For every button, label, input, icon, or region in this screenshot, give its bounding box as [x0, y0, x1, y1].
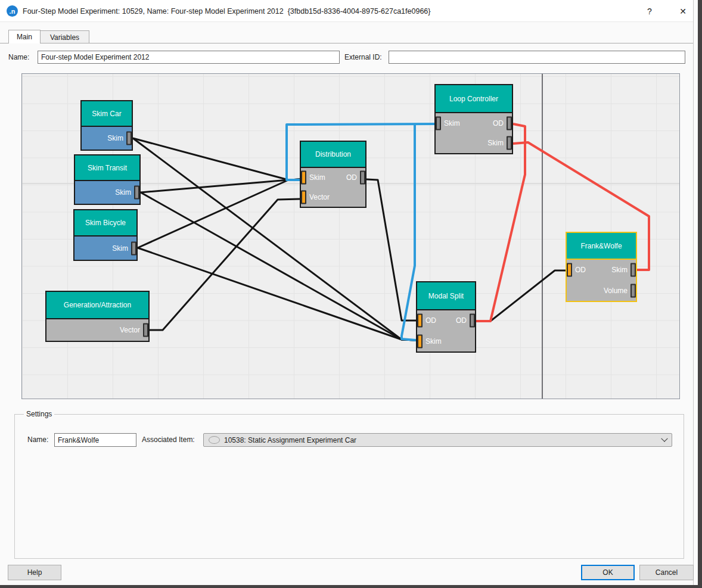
node-port-row: SkimOD — [436, 113, 512, 133]
title-bar: .n Four-Step Model Experiment: 10529, Na… — [0, 0, 693, 22]
port-skim-bicycle-skim[interactable] — [131, 241, 136, 255]
background-window-edge — [694, 0, 698, 585]
tab-variables[interactable]: Variables — [40, 30, 89, 43]
node-body-generation-attraction: Vector — [46, 319, 148, 341]
node-body-skim-transit: Skim — [75, 181, 139, 204]
window-title: Four-Step Model Experiment: 10529, Name:… — [23, 0, 430, 22]
node-title-generation-attraction: Generation/Attraction — [46, 292, 148, 319]
port-loop-controller-skim[interactable] — [436, 116, 441, 130]
ok-button[interactable]: OK — [581, 565, 635, 580]
help-button[interactable]: Help — [8, 565, 61, 580]
node-body-distribution: SkimODVector — [301, 168, 365, 207]
chevron-down-icon — [661, 435, 667, 441]
node-port-row: Skim — [436, 133, 512, 154]
app-logo-icon: .n — [7, 5, 18, 17]
node-title-distribution: Distribution — [301, 142, 365, 168]
node-frank-wolfe[interactable]: Frank&WolfeODSkimVolume — [566, 232, 637, 302]
node-skim-bicycle[interactable]: Skim BicycleSkim — [73, 209, 138, 261]
node-title-frank-wolfe: Frank&Wolfe — [567, 233, 636, 260]
port-skim-car-skim[interactable] — [126, 132, 132, 145]
associated-item-label: Associated Item: — [142, 433, 195, 446]
port-loop-controller-od[interactable] — [507, 116, 512, 130]
node-port-row: Skim — [74, 237, 136, 260]
port-modal-split-od[interactable] — [417, 314, 423, 328]
node-body-loop-controller: SkimODSkim — [436, 113, 512, 153]
wire-skim-bicycle-to-distribution-skim[interactable] — [138, 179, 300, 248]
settings-name-label: Name: — [27, 433, 48, 446]
node-skim-car[interactable]: Skim CarSkim — [80, 100, 133, 151]
port-distribution-vector[interactable] — [301, 190, 306, 204]
node-port-row: Vector — [46, 319, 148, 341]
node-generation-attraction[interactable]: Generation/AttractionVector — [45, 291, 150, 342]
port-distribution-skim[interactable] — [301, 171, 306, 185]
external-id-label: External ID: — [344, 51, 382, 64]
tab-underline — [0, 43, 693, 43]
node-port-row: Vector — [301, 188, 365, 207]
cancel-button[interactable]: Cancel — [639, 565, 694, 580]
node-port-row: Skim — [417, 331, 475, 352]
node-port-row: Skim — [82, 127, 132, 150]
port-frank-wolfe-od[interactable] — [567, 263, 572, 277]
port-frank-wolfe-skim[interactable] — [630, 263, 636, 277]
external-id-input[interactable] — [389, 51, 685, 64]
node-modal-split[interactable]: Modal SplitODODSkim — [416, 281, 476, 353]
wire-skim-car-to-distribution-skim[interactable] — [133, 138, 300, 180]
experiment-ellipse-icon — [209, 436, 220, 444]
node-body-skim-car: Skim — [82, 127, 132, 150]
name-label: Name: — [8, 51, 29, 64]
wire-loop-controller-skim-to-modal-split-skim[interactable] — [402, 124, 416, 340]
port-distribution-od[interactable] — [360, 171, 365, 185]
settings-group-label: Settings — [24, 410, 54, 418]
wire-skim-car-to-modal-split-skim[interactable] — [133, 138, 416, 340]
wire-modal-split-od-to-frank-wolfe-od[interactable] — [476, 270, 566, 321]
associated-item-dropdown[interactable]: 10538: Static Assignment Experiment Car — [203, 433, 672, 447]
name-input[interactable]: Four-step Model Experiment 2012 — [38, 51, 340, 64]
wire-generation-attraction-to-distribution-vector[interactable] — [150, 199, 300, 330]
node-title-loop-controller: Loop Controller — [436, 85, 512, 113]
port-modal-split-skim[interactable] — [417, 334, 423, 348]
port-generation-attraction-vector[interactable] — [143, 323, 148, 337]
node-title-modal-split: Modal Split — [417, 282, 475, 310]
node-title-skim-transit: Skim Transit — [75, 155, 139, 181]
node-port-row: Skim — [75, 181, 139, 204]
tab-main[interactable]: Main — [8, 30, 41, 43]
wire-skim-bicycle-to-modal-split-skim[interactable] — [138, 248, 416, 340]
node-body-skim-bicycle: Skim — [74, 237, 136, 260]
port-loop-controller-skim[interactable] — [507, 136, 512, 150]
settings-name-input[interactable]: Frank&Wolfe — [54, 433, 136, 447]
help-titlebar-button[interactable]: ? — [636, 0, 663, 22]
associated-item-value: 10538: Static Assignment Experiment Car — [224, 436, 356, 444]
port-modal-split-od[interactable] — [470, 314, 475, 328]
port-frank-wolfe-volume[interactable] — [630, 284, 636, 297]
node-skim-transit[interactable]: Skim TransitSkim — [74, 154, 141, 205]
node-port-row: ODOD — [417, 310, 475, 331]
node-distribution[interactable]: DistributionSkimODVector — [300, 141, 366, 208]
close-icon[interactable]: ✕ — [670, 0, 696, 22]
port-skim-transit-skim[interactable] — [134, 186, 139, 200]
node-port-row: SkimOD — [301, 168, 365, 188]
model-canvas[interactable]: Skim CarSkimSkim TransitSkimSkim Bicycle… — [21, 73, 680, 399]
node-body-frank-wolfe: ODSkimVolume — [567, 260, 636, 301]
dialog-window: .n Four-Step Model Experiment: 10529, Na… — [0, 0, 694, 585]
node-title-skim-bicycle: Skim Bicycle — [74, 210, 136, 237]
node-loop-controller[interactable]: Loop ControllerSkimODSkim — [434, 84, 513, 154]
settings-groupbox: Name: Frank&Wolfe Associated Item: 10538… — [14, 414, 684, 559]
wire-skim-transit-to-modal-split-skim[interactable] — [141, 192, 416, 340]
node-port-row: Volume — [567, 281, 636, 301]
node-title-skim-car: Skim Car — [82, 101, 132, 127]
node-port-row: ODSkim — [567, 260, 636, 281]
node-body-modal-split: ODODSkim — [417, 310, 475, 351]
screen: .n Four-Step Model Experiment: 10529, Na… — [0, 0, 702, 588]
